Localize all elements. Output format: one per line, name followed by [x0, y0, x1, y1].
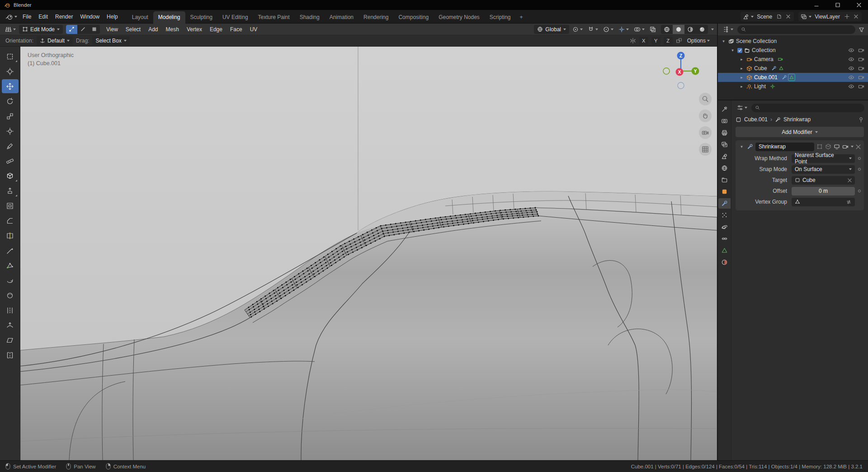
- menu-view[interactable]: View: [103, 24, 121, 35]
- disclosure-icon[interactable]: ▸: [739, 66, 745, 71]
- axis-y-toggle[interactable]: Y: [651, 37, 660, 45]
- tab-geometry-nodes[interactable]: Geometry Nodes: [434, 11, 485, 24]
- rip-region-tool[interactable]: [2, 348, 19, 362]
- clear-target-icon[interactable]: [848, 178, 852, 182]
- breadcrumb-object[interactable]: Cube.001: [744, 116, 768, 123]
- tab-tool[interactable]: [718, 104, 731, 114]
- tab-sculpting[interactable]: Sculpting: [185, 11, 217, 24]
- outliner-item-label[interactable]: Scene Collection: [736, 38, 777, 44]
- menu-add[interactable]: Add: [145, 24, 161, 35]
- transform-tool[interactable]: [2, 124, 19, 138]
- overlays-dropdown[interactable]: [632, 24, 646, 34]
- edge-slide-tool[interactable]: [2, 303, 19, 317]
- pivot-point-dropdown[interactable]: [571, 24, 585, 34]
- extrude-region-tool[interactable]: [2, 184, 19, 198]
- snap-toggle[interactable]: [586, 24, 600, 34]
- outliner-editor-type-button[interactable]: [721, 24, 735, 34]
- modifier-name-input[interactable]: [755, 143, 814, 151]
- tab-modeling[interactable]: Modeling: [153, 11, 185, 24]
- disclosure-icon[interactable]: ▾: [721, 39, 726, 43]
- tab-scene[interactable]: [718, 151, 731, 162]
- outliner-row-collection[interactable]: ▾ Collection: [718, 46, 868, 55]
- add-workspace-button[interactable]: +: [516, 11, 527, 24]
- snap-mode-dropdown[interactable]: On Surface: [792, 165, 855, 174]
- remove-view-layer-button[interactable]: [852, 13, 859, 20]
- scale-tool[interactable]: [2, 109, 19, 123]
- 3d-viewport-canvas[interactable]: User Orthographic (1) Cube.001 Z Y X: [20, 47, 717, 460]
- menu-help[interactable]: Help: [103, 10, 122, 24]
- bevel-tool[interactable]: [2, 214, 19, 228]
- add-cube-tool[interactable]: [2, 169, 19, 183]
- display-in-viewport-toggle[interactable]: [834, 143, 840, 150]
- tab-scripting[interactable]: Scripting: [485, 11, 516, 24]
- blender-menu-button[interactable]: [4, 12, 19, 22]
- maximize-button[interactable]: [829, 0, 847, 10]
- tool-orientation-dropdown[interactable]: Default: [37, 36, 73, 45]
- animate-decorator[interactable]: [858, 157, 861, 160]
- outliner-search[interactable]: [737, 25, 855, 34]
- disable-in-renders-icon[interactable]: [858, 74, 864, 81]
- animate-decorator[interactable]: [858, 168, 861, 171]
- spin-tool[interactable]: [2, 273, 19, 287]
- select-box-tool[interactable]: [2, 49, 19, 63]
- tab-compositing[interactable]: Compositing: [393, 11, 434, 24]
- scene-selector[interactable]: Scene: [741, 12, 794, 21]
- menu-window[interactable]: Window: [76, 10, 103, 24]
- navigation-gizmo[interactable]: Z Y X: [660, 48, 702, 90]
- proportional-editing-toggle[interactable]: [601, 24, 615, 34]
- gizmo-axis-neg-y[interactable]: [663, 68, 670, 74]
- tab-view-layer[interactable]: [718, 139, 731, 150]
- pin-icon[interactable]: [858, 117, 864, 123]
- disclosure-icon[interactable]: ▸: [739, 57, 745, 62]
- add-modifier-button[interactable]: Add Modifier: [736, 127, 864, 137]
- outliner-item-label[interactable]: Light: [754, 83, 766, 90]
- solid-shading-button[interactable]: [673, 25, 684, 34]
- new-view-layer-button[interactable]: [843, 13, 850, 20]
- outliner-row-camera[interactable]: ▸ Camera: [718, 55, 868, 64]
- vertex-select-button[interactable]: [66, 25, 77, 34]
- cursor-tool[interactable]: [2, 64, 19, 78]
- unlink-scene-button[interactable]: [784, 13, 792, 20]
- collection-checkbox[interactable]: [737, 48, 742, 53]
- outliner-item-label[interactable]: Camera: [754, 56, 774, 62]
- outliner-search-input[interactable]: [748, 26, 852, 33]
- hide-in-viewport-icon[interactable]: [848, 74, 854, 81]
- gizmo-axis-neg-z[interactable]: [678, 82, 684, 89]
- tab-layout[interactable]: Layout: [127, 11, 153, 24]
- display-in-render-toggle[interactable]: [842, 143, 849, 150]
- wireframe-shading-button[interactable]: [661, 25, 673, 34]
- view-layer-selector[interactable]: ViewLayer: [798, 12, 862, 21]
- tool-options-dropdown[interactable]: Options: [685, 36, 712, 46]
- display-on-cage-toggle[interactable]: [816, 143, 823, 150]
- tab-output[interactable]: [718, 128, 731, 138]
- loop-cut-tool[interactable]: [2, 229, 19, 243]
- menu-uv[interactable]: UV: [247, 24, 261, 35]
- vertex-group-field[interactable]: [792, 198, 855, 206]
- menu-mesh[interactable]: Mesh: [163, 24, 182, 35]
- disable-in-renders-icon[interactable]: [858, 56, 864, 62]
- transform-orientation-dropdown[interactable]: Global: [534, 25, 569, 34]
- properties-editor-type-button[interactable]: [735, 103, 749, 113]
- rendered-shading-button[interactable]: [696, 25, 708, 34]
- face-select-button[interactable]: [89, 25, 100, 34]
- menu-select[interactable]: Select: [123, 24, 144, 35]
- outliner-row-cube[interactable]: ▸ Cube: [718, 64, 868, 73]
- menu-vertex[interactable]: Vertex: [184, 24, 205, 35]
- disable-in-renders-icon[interactable]: [858, 65, 864, 72]
- tab-object-data[interactable]: [718, 245, 731, 256]
- hide-in-viewport-icon[interactable]: [848, 47, 854, 53]
- tab-collection[interactable]: [718, 175, 731, 185]
- drag-mode-dropdown[interactable]: Select Box: [92, 36, 129, 45]
- tab-shading[interactable]: Shading: [295, 11, 325, 24]
- outliner-item-label[interactable]: Cube.001: [754, 74, 778, 81]
- outliner-item-label[interactable]: Collection: [752, 47, 776, 53]
- menu-edit[interactable]: Edit: [35, 10, 52, 24]
- tab-constraints[interactable]: [718, 234, 731, 244]
- breadcrumb-modifier[interactable]: Shrinkwrap: [783, 116, 811, 123]
- offset-number-field[interactable]: 0 m: [792, 187, 855, 195]
- disable-in-renders-icon[interactable]: [858, 47, 864, 53]
- shear-tool[interactable]: [2, 333, 19, 347]
- animate-decorator[interactable]: [858, 190, 861, 192]
- tab-particles[interactable]: [718, 210, 731, 220]
- properties-search-input[interactable]: [762, 105, 861, 111]
